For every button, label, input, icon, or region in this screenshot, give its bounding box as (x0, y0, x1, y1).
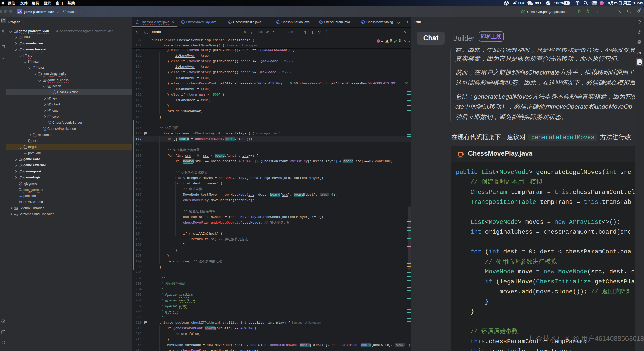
svg-text:C: C (54, 91, 55, 94)
svg-text:C: C (137, 21, 138, 24)
svg-text:C: C (182, 21, 184, 24)
svg-text:C: C (277, 21, 279, 24)
svg-text:m: m (24, 151, 27, 155)
svg-text:M: M (19, 201, 21, 203)
svg-text:m: m (19, 194, 22, 198)
svg-text:C: C (49, 121, 50, 124)
svg-text:C: C (362, 21, 364, 24)
